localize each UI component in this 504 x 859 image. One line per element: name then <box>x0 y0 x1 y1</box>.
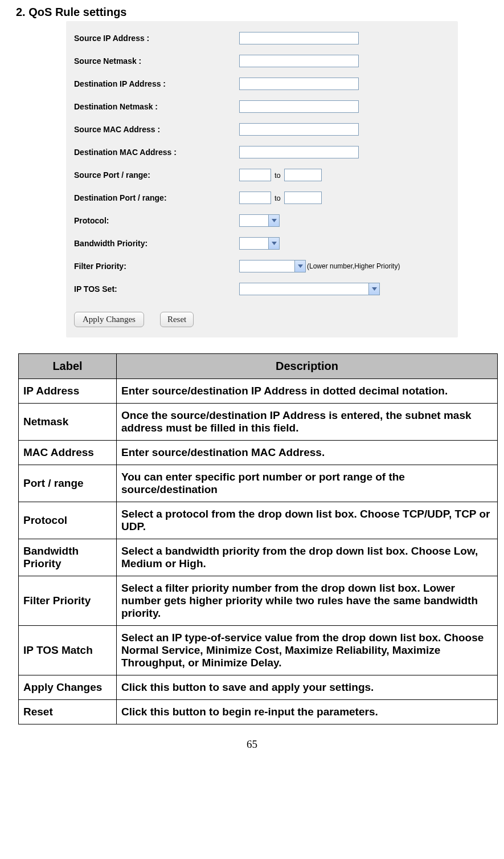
chevron-down-icon <box>294 260 305 272</box>
table-row: NetmaskOnce the source/destination IP Ad… <box>19 404 498 441</box>
filter-priority-value <box>240 260 294 272</box>
dest-port-label: Destination Port / range: <box>74 193 239 202</box>
source-port-to-label: to <box>271 171 284 180</box>
row-label: Port / range <box>19 465 117 502</box>
source-mac-field[interactable] <box>239 123 359 136</box>
source-port-label: Source Port / range: <box>74 170 239 180</box>
section-heading: 2. QoS Rule settings <box>16 6 493 19</box>
table-row: Filter PrioritySelect a filter priority … <box>19 576 498 626</box>
table-header-label: Label <box>19 354 117 379</box>
row-label: Reset <box>19 700 117 724</box>
ip-tos-label: IP TOS Set: <box>74 284 239 294</box>
table-row: Port / rangeYou can enter specific port … <box>19 465 498 502</box>
dest-ip-field[interactable] <box>239 78 359 90</box>
row-desc: Select an IP type-of-service value from … <box>117 626 498 675</box>
filter-priority-label: Filter Priority: <box>74 262 239 271</box>
dest-ip-label: Destination IP Address : <box>74 79 239 88</box>
row-label: Filter Priority <box>19 576 117 626</box>
row-desc: You can enter specific port number or po… <box>117 465 498 502</box>
ip-tos-select[interactable] <box>239 283 380 295</box>
row-desc: Enter source/destination IP Address in d… <box>117 379 498 404</box>
table-row: Bandwidth PrioritySelect a bandwidth pri… <box>19 539 498 576</box>
protocol-value <box>240 215 268 226</box>
table-row: Apply ChangesClick this button to save a… <box>19 675 498 700</box>
protocol-label: Protocol: <box>74 216 239 225</box>
dest-port-from-field[interactable] <box>239 192 271 204</box>
row-label: Protocol <box>19 502 117 539</box>
row-desc: Select a filter priority number from the… <box>117 576 498 626</box>
dest-netmask-field[interactable] <box>239 100 359 113</box>
row-label: Apply Changes <box>19 675 117 700</box>
row-label: Netmask <box>19 404 117 441</box>
source-mac-label: Source MAC Address : <box>74 125 239 134</box>
qos-form-panel: Source IP Address : Source Netmask : Des… <box>66 21 458 337</box>
chevron-down-icon <box>268 215 279 226</box>
source-port-to-field[interactable] <box>284 169 322 181</box>
source-ip-field[interactable] <box>239 32 359 44</box>
protocol-select[interactable] <box>239 214 280 227</box>
source-netmask-field[interactable] <box>239 55 359 67</box>
reset-button[interactable]: Reset <box>160 312 194 327</box>
bandwidth-priority-label: Bandwidth Priority: <box>74 239 239 248</box>
row-desc: Enter source/destination MAC Address. <box>117 441 498 465</box>
filter-priority-hint: (Lower number,Higher Priority) <box>307 262 400 270</box>
table-row: ProtocolSelect a protocol from the drop … <box>19 502 498 539</box>
ip-tos-value <box>240 283 368 295</box>
table-row: IP AddressEnter source/destination IP Ad… <box>19 379 498 404</box>
chevron-down-icon <box>368 283 379 295</box>
source-port-from-field[interactable] <box>239 169 271 181</box>
row-label: IP TOS Match <box>19 626 117 675</box>
bandwidth-priority-select[interactable] <box>239 237 280 250</box>
chevron-down-icon <box>268 238 279 249</box>
filter-priority-select[interactable] <box>239 260 306 272</box>
apply-changes-button[interactable]: Apply Changes <box>74 312 144 327</box>
dest-port-to-field[interactable] <box>284 192 322 204</box>
dest-netmask-label: Destination Netmask : <box>74 102 239 111</box>
table-row: ResetClick this button to begin re-input… <box>19 700 498 724</box>
page-number: 65 <box>11 738 493 751</box>
source-ip-label: Source IP Address : <box>74 34 239 43</box>
row-desc: Click this button to begin re-input the … <box>117 700 498 724</box>
row-desc: Click this button to save and apply your… <box>117 675 498 700</box>
dest-mac-label: Destination MAC Address : <box>74 148 239 157</box>
row-label: IP Address <box>19 379 117 404</box>
bandwidth-priority-value <box>240 238 268 249</box>
source-netmask-label: Source Netmask : <box>74 56 239 66</box>
row-label: Bandwidth Priority <box>19 539 117 576</box>
dest-port-to-label: to <box>271 194 284 202</box>
table-header-description: Description <box>117 354 498 379</box>
table-row: MAC AddressEnter source/destination MAC … <box>19 441 498 465</box>
dest-mac-field[interactable] <box>239 146 359 158</box>
description-table: Label Description IP AddressEnter source… <box>18 353 498 724</box>
table-row: IP TOS MatchSelect an IP type-of-service… <box>19 626 498 675</box>
row-desc: Select a bandwidth priority from the dro… <box>117 539 498 576</box>
row-desc: Select a protocol from the drop down lis… <box>117 502 498 539</box>
row-desc: Once the source/destination IP Address i… <box>117 404 498 441</box>
row-label: MAC Address <box>19 441 117 465</box>
